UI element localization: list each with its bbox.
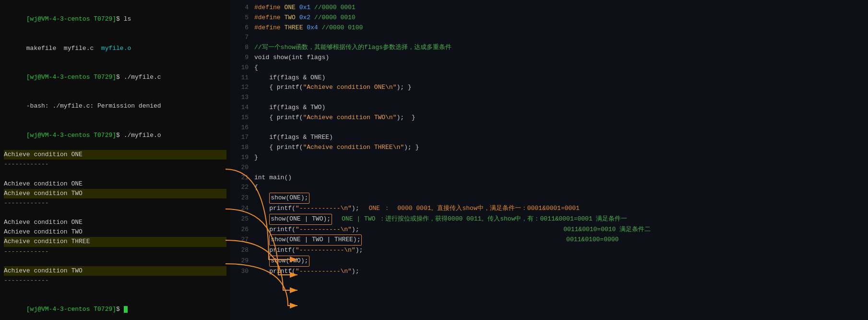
- code-line-15: 15 { printf("Achieve condition TWO\n"); …: [230, 113, 868, 123]
- code-line-4: 4 #define ONE 0x1 //0000 0001: [230, 3, 868, 13]
- terminal-line-5: [wj@VM-4-3-centos T0729]$ ./myfile.o: [4, 121, 226, 150]
- code-line-10: 10 {: [230, 63, 868, 73]
- code-line-16: 16: [230, 123, 868, 133]
- terminal-output-two-2: Achieve condition TWO: [4, 227, 226, 237]
- terminal-blank-2: [4, 208, 226, 218]
- code-line-25: 25 show(ONE | TWO); ONE | TWO ：进行按位或操作，获…: [230, 214, 868, 225]
- code-line-8: 8 //写一个show函数，其能够根据传入的flags参数选择，达成多重条件: [230, 43, 868, 53]
- terminal-output-two-1: Achieve condition TWO: [4, 189, 226, 198]
- code-line-14: 14 if(flags & TWO): [230, 103, 868, 113]
- show-two-call: show(TWO);: [269, 256, 309, 267]
- code-line-23: 23 show(ONE);: [230, 193, 868, 204]
- code-line-5: 5 #define TWO 0x2 //0000 0010: [230, 13, 868, 23]
- code-line-11: 11 if(flags & ONE): [230, 73, 868, 83]
- code-line-13: 13: [230, 93, 868, 103]
- prompt-user-1: [wj@VM-4-3-centos T0729]: [26, 15, 116, 23]
- terminal-output-two-3: Achieve condition TWO: [4, 266, 226, 276]
- code-line-20: 20: [230, 163, 868, 173]
- code-line-30: 30 printf("-----------\n");: [230, 267, 868, 277]
- terminal-line-3: [wj@VM-4-3-centos T0729]$ ./myfile.c: [4, 63, 226, 92]
- terminal-output-one-1: Achieve condition ONE: [4, 150, 226, 160]
- code-panel: 4 #define ONE 0x1 //0000 0001 5 #define …: [230, 0, 868, 320]
- code-line-21: 21 int main(): [230, 173, 868, 183]
- terminal-sep-2: ------------: [4, 198, 226, 208]
- code-line-7: 7: [230, 33, 868, 43]
- terminal-blank-4: [4, 285, 226, 295]
- code-line-12: 12 { printf("Achieve condition ONE\n"); …: [230, 83, 868, 93]
- show-one-two-three-call: show(ONE | TWO | THREE);: [269, 234, 362, 246]
- terminal-output-one-2: Achieve condition ONE: [4, 179, 226, 189]
- code-line-22: 22 {: [230, 183, 868, 193]
- terminal-line-4: -bash: ./myfile.c: Permission denied: [4, 92, 226, 121]
- code-line-29: 29 show(TWO);: [230, 256, 868, 267]
- code-line-9: 9 void show(int flags): [230, 53, 868, 63]
- terminal-blank-1: [4, 169, 226, 179]
- terminal-sep-4: ------------: [4, 276, 226, 285]
- code-line-24: 24 printf("-----------\n"); ONE ： 0000 0…: [230, 204, 868, 214]
- code-line-17: 17 if(flags & THREE): [230, 133, 868, 143]
- code-line-26: 26 printf("-----------\n"); 0011&0010=00…: [230, 225, 868, 235]
- terminal-cursor: [124, 306, 128, 313]
- code-line-19: 19 }: [230, 153, 868, 163]
- code-line-27: 27 show(ONE | TWO | THREE); 0011&0100=00…: [230, 234, 868, 246]
- terminal-line-2: makefile myfile.c myfile.o: [4, 34, 226, 62]
- code-line-6: 6 #define THREE 0x4 //0000 0100: [230, 23, 868, 33]
- terminal-panel: [wj@VM-4-3-centos T0729]$ ls makefile my…: [0, 0, 230, 320]
- code-line-18: 18 { printf("Acheive condition THREE\n")…: [230, 143, 868, 153]
- terminal-sep-3: ------------: [4, 247, 226, 257]
- terminal-prompt-final: [wj@VM-4-3-centos T0729]$: [4, 295, 226, 320]
- myfile-o-highlight: myfile.o: [101, 45, 131, 52]
- terminal-output-one-3: Achieve condition ONE: [4, 218, 226, 227]
- code-line-28: 28 printf("------------\n");: [230, 246, 868, 256]
- terminal-sep-1: ------------: [4, 160, 226, 169]
- terminal-blank-3: [4, 257, 226, 266]
- show-one-two-call: show(ONE | TWO);: [269, 214, 332, 225]
- terminal-output-three-1: Acheive condition THREE: [4, 237, 226, 246]
- show-one-call: show(ONE);: [269, 193, 309, 204]
- terminal-line-1: [wj@VM-4-3-centos T0729]$ ls: [4, 5, 226, 34]
